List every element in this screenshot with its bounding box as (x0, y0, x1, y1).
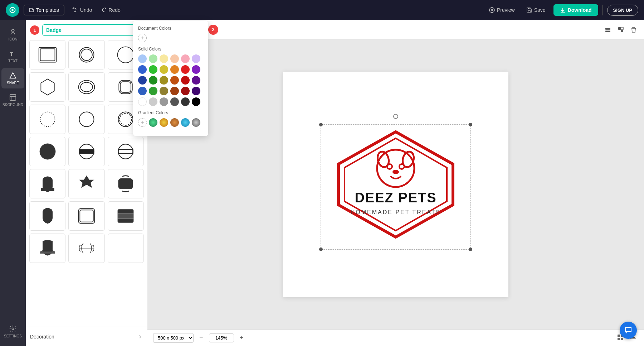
svg-point-22 (79, 112, 94, 126)
badge-item-ribboned[interactable] (29, 234, 65, 263)
gradient-swatch[interactable] (170, 118, 179, 127)
badge-type-select[interactable]: Badge Frame Shape (42, 24, 143, 36)
color-swatch[interactable] (170, 87, 179, 95)
redo-button[interactable]: Redo (97, 5, 124, 15)
zoom-in-button[interactable]: + (238, 333, 246, 342)
app-logo[interactable] (6, 3, 19, 17)
topbar: Templates Undo Redo Preview (0, 0, 644, 20)
color-swatch[interactable] (192, 65, 200, 74)
gradient-colors-section: Gradient Colors + (138, 110, 203, 127)
color-swatch[interactable] (138, 65, 147, 74)
color-swatch[interactable] (138, 54, 147, 63)
sidebar-item-text[interactable]: T TEXT (1, 46, 24, 67)
sidebar-item-settings[interactable]: SETTINGS (1, 321, 24, 342)
badge-item-diamond[interactable] (68, 72, 104, 102)
sidebar-item-icon[interactable]: ICON (1, 24, 24, 45)
preview-button[interactable]: Preview (486, 5, 518, 15)
badge-item-banddark[interactable] (108, 201, 144, 231)
layers-icon[interactable] (602, 24, 613, 35)
color-swatch[interactable] (181, 76, 190, 85)
svg-text:DEEZ PETS: DEEZ PETS (355, 190, 436, 205)
gradient-swatch[interactable] (160, 118, 168, 127)
color-swatch[interactable] (192, 87, 200, 95)
color-swatch[interactable] (160, 87, 168, 95)
add-gradient-color-button[interactable]: + (138, 118, 147, 127)
handle-bl[interactable] (319, 248, 323, 251)
color-swatch[interactable] (160, 97, 168, 106)
color-swatch[interactable] (149, 76, 157, 85)
svg-point-56 (377, 150, 414, 187)
color-swatch[interactable] (149, 65, 157, 74)
download-button[interactable]: Download (553, 4, 598, 16)
color-swatch[interactable] (181, 54, 190, 63)
svg-rect-34 (80, 210, 93, 222)
templates-button[interactable]: Templates (24, 5, 64, 15)
signup-button[interactable]: SIGN UP (607, 5, 638, 16)
color-swatch[interactable] (138, 76, 147, 85)
delete-icon[interactable] (628, 24, 639, 35)
badge-item-band[interactable] (68, 137, 104, 166)
color-swatch[interactable] (181, 65, 190, 74)
color-swatch[interactable] (170, 54, 179, 63)
badge-item-framed1[interactable] (68, 201, 104, 231)
color-swatch[interactable] (192, 76, 200, 85)
svg-point-13 (79, 47, 94, 62)
badge-item-hex[interactable] (29, 72, 65, 102)
svg-marker-54 (338, 132, 453, 237)
badge-item-ornate2[interactable] (108, 169, 144, 198)
handle-tr[interactable] (469, 123, 472, 126)
badge-item-disk1[interactable] (29, 137, 65, 166)
badge-item-empty[interactable] (108, 234, 144, 263)
svg-rect-53 (621, 27, 623, 30)
svg-text:HOMEMADE PET TREATS: HOMEMADE PET TREATS (351, 209, 441, 215)
handle-br[interactable] (469, 248, 472, 251)
gradient-swatch[interactable] (181, 118, 190, 127)
rotate-handle[interactable] (393, 114, 398, 119)
color-swatch[interactable] (170, 76, 179, 85)
badge-item-circle1[interactable] (68, 40, 104, 69)
color-swatch[interactable] (192, 97, 200, 106)
decoration-bar[interactable]: Decoration (26, 327, 147, 346)
color-swatch[interactable] (138, 97, 147, 106)
color-swatch[interactable] (160, 76, 168, 85)
svg-text:T: T (10, 51, 13, 57)
gradient-swatch[interactable] (192, 118, 200, 127)
solid-colors-section: Solid Colors (138, 47, 203, 106)
sidebar-item-background[interactable]: BKGROUND (1, 90, 24, 110)
color-swatch[interactable] (170, 97, 179, 106)
color-swatch[interactable] (149, 54, 157, 63)
color-swatch[interactable] (160, 54, 168, 63)
badge-item-laurel[interactable] (68, 234, 104, 263)
badge-item-badge1[interactable] (108, 137, 144, 166)
color-swatch[interactable] (160, 65, 168, 74)
canvas-size-select[interactable]: 500 x 500 px (153, 333, 194, 343)
handle-tl[interactable] (319, 123, 323, 126)
sidebar-item-shape[interactable]: SHAPE (1, 68, 24, 88)
color-popup: Document Colors + Solid Colors (133, 21, 208, 136)
color-swatch[interactable] (181, 97, 190, 106)
save-button[interactable]: Save (523, 5, 549, 15)
arrange-icon[interactable] (615, 24, 626, 35)
badge-item-shield2[interactable] (29, 201, 65, 231)
undo-button[interactable]: Undo (69, 5, 96, 15)
color-swatch[interactable] (149, 87, 157, 95)
toolbar-strip: 2 (147, 20, 644, 39)
toolbar-right (602, 24, 639, 35)
badge-item-ornate1[interactable] (68, 169, 104, 198)
zoom-out-button[interactable]: − (197, 333, 205, 342)
svg-point-2 (489, 8, 494, 13)
color-swatch[interactable] (138, 87, 147, 95)
left-sidebar: ICON T TEXT SHAPE BKGROUND SETT (0, 20, 26, 346)
color-swatch[interactable] (149, 97, 157, 106)
badge-item-shield1[interactable] (29, 169, 65, 198)
color-swatch[interactable] (192, 54, 200, 63)
add-document-color-button[interactable]: + (138, 34, 147, 42)
color-swatch[interactable] (181, 87, 190, 95)
badge-item-dotcircle[interactable] (29, 105, 65, 134)
gradient-swatch[interactable] (149, 118, 157, 127)
badge-item-rect[interactable] (29, 40, 65, 69)
canvas-area[interactable]: DEEZ PETS HOMEMADE PET TREATS (147, 39, 644, 330)
badge-item-circle3[interactable] (68, 105, 104, 134)
color-swatch[interactable] (170, 65, 179, 74)
chat-button[interactable] (620, 322, 637, 339)
